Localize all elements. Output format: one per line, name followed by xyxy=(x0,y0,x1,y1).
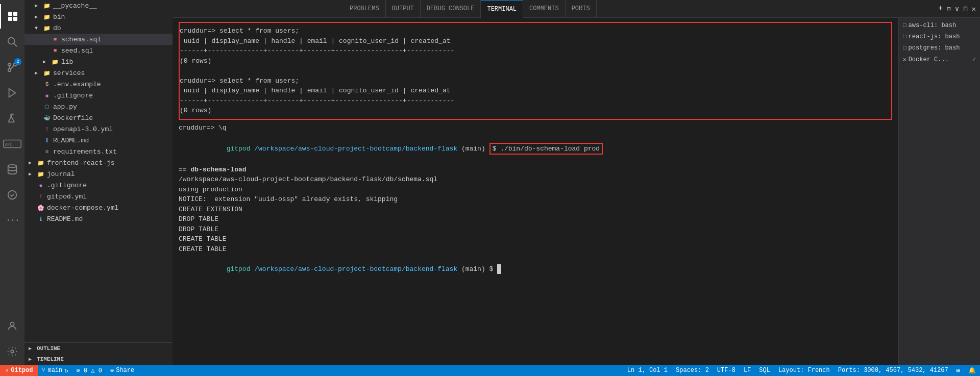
terminal-line: (0 rows) xyxy=(180,106,891,116)
activity-explorer[interactable] xyxy=(0,4,24,29)
svg-rect-0 xyxy=(8,12,12,16)
status-bar: ⚡ Gitpod ⑂ main ↻ ⊗ 0 △ 0 ⊕ Share Ln 1, … xyxy=(0,365,980,376)
sidebar-item-root-gitignore[interactable]: ▶ ◆ .gitignore xyxy=(24,180,173,191)
status-errors-btn[interactable]: ⊗ 0 △ 0 xyxy=(72,367,106,374)
sidebar-item-services[interactable]: ▶ 📁 services xyxy=(24,67,173,79)
activity-database[interactable] xyxy=(0,157,24,182)
sidebar-item-requirements[interactable]: ▶ ≡ requirements.txt xyxy=(24,146,173,157)
activity-flask[interactable] xyxy=(0,106,24,131)
folder-icon: 📁 xyxy=(37,159,45,167)
tab-problems[interactable]: PROBLEMS xyxy=(344,0,386,18)
svg-rect-3 xyxy=(13,17,17,21)
sidebar-item-root-readme[interactable]: ▶ ℹ README.md xyxy=(24,213,173,224)
tab-terminal[interactable]: TERMINAL xyxy=(481,0,523,18)
activity-run-debug[interactable] xyxy=(0,81,24,105)
sidebar-label-db: db xyxy=(53,24,61,32)
activity-settings[interactable] xyxy=(0,339,24,364)
diamond-icon: ◆ xyxy=(43,91,51,99)
activity-gitpod[interactable] xyxy=(0,183,24,207)
sidebar-item-docker-compose[interactable]: ▶ 🌸 docker-compose.yml xyxy=(24,202,173,213)
sql-icon: ■ xyxy=(51,46,59,55)
session-label-react-js: react-js: bash xyxy=(909,33,960,40)
sidebar-label-schema-sql: schema.sql xyxy=(61,36,101,43)
activity-source-control[interactable]: 2 xyxy=(0,55,24,80)
status-encoding[interactable]: UTF-8 xyxy=(713,365,740,376)
info-icon: ℹ xyxy=(43,136,51,144)
sidebar-item-seed-sql[interactable]: ▶ ■ seed.sql xyxy=(24,45,173,56)
sidebar-item-frontend[interactable]: ▶ 📁 frontend-react-js xyxy=(24,157,173,168)
status-language[interactable]: SQL xyxy=(755,365,774,376)
status-gitpod-btn[interactable]: ⚡ Gitpod xyxy=(0,365,38,376)
terminal-line: uuid | display_name | handle | email | c… xyxy=(180,86,891,96)
activity-more[interactable]: ··· xyxy=(0,208,24,233)
terminal-main[interactable]: cruddur=> select * from users; uuid | di… xyxy=(173,18,898,365)
terminal-maximize-btn[interactable]: ⊓ xyxy=(963,5,967,13)
tab-label-terminal: TERMINAL xyxy=(487,6,517,13)
tab-comments[interactable]: COMMENTS xyxy=(523,0,566,18)
sidebar-item-app-py[interactable]: ▶ ⬡ app.py xyxy=(24,101,173,112)
sidebar-item-pycache[interactable]: ▶ 📁 __pycache__ xyxy=(24,0,173,11)
sidebar-label-seed-sql: seed.sql xyxy=(61,47,93,55)
terminal-quit-line: cruddur=> \q xyxy=(179,123,892,133)
terminal-add-btn[interactable]: + xyxy=(938,4,943,13)
sidebar-timeline-section[interactable]: ▶ TIMELINE xyxy=(24,354,173,365)
terminal-session-docker[interactable]: ✕ Docker C... ✓ xyxy=(899,54,980,65)
sidebar-label-gitignore: .gitignore xyxy=(53,92,93,99)
sidebar-item-openapi[interactable]: ▶ ! openapi-3.0.yml xyxy=(24,123,173,135)
status-line-ending[interactable]: LF xyxy=(740,365,755,376)
status-spaces[interactable]: Spaces: 2 xyxy=(672,365,713,376)
sidebar-item-schema-sql[interactable]: ▶ ■ schema.sql xyxy=(24,34,173,45)
sidebar-item-journal[interactable]: ▶ 📁 journal xyxy=(24,168,173,180)
svg-point-15 xyxy=(11,350,14,353)
status-remote-icon[interactable]: ⊞ xyxy=(952,365,964,376)
status-position[interactable]: Ln 1, Col 1 xyxy=(623,365,672,376)
sidebar-item-bin[interactable]: ▶ 📁 bin xyxy=(24,11,173,22)
sidebar-item-lib[interactable]: ▶ 📁 lib xyxy=(24,56,173,67)
activity-api[interactable]: API xyxy=(0,132,24,156)
tab-ports[interactable]: PORTS xyxy=(566,0,597,18)
sidebar-item-db[interactable]: ▼ 📁 db xyxy=(24,22,173,34)
terminal-session-postgres[interactable]: □ postgres: bash xyxy=(899,42,980,54)
final-prompt-path: /workspace/aws-cloud-project-bootcamp/ba… xyxy=(254,265,457,273)
status-share-btn[interactable]: ⊕ Share xyxy=(106,367,138,374)
svg-line-5 xyxy=(14,43,17,46)
terminal-split-btn[interactable]: ⊟ xyxy=(947,5,950,13)
bell-icon: 🔔 xyxy=(968,367,976,374)
sidebar-item-gitpod-yml[interactable]: ▶ ! gitpod.yml xyxy=(24,191,173,202)
terminal-output-line-3: using production xyxy=(179,185,892,195)
folder-icon: 📁 xyxy=(43,69,51,77)
terminal-line: ------+--------------+--------+-------+-… xyxy=(180,96,891,106)
svg-point-14 xyxy=(10,322,14,326)
sidebar-label-docker-compose: docker-compose.yml xyxy=(47,204,118,212)
session-icon: □ xyxy=(903,45,906,51)
tab-debug-console[interactable]: DEBUG CONSOLE xyxy=(421,0,481,18)
folder-icon: 📁 xyxy=(43,24,51,32)
status-branch-btn[interactable]: ⑂ main ↻ xyxy=(38,365,72,376)
arrow-icon: ▶ xyxy=(43,59,51,65)
remote-icon: ⊞ xyxy=(957,367,960,374)
sidebar-item-dockerfile[interactable]: ▶ 🐳 Dockerfile xyxy=(24,112,173,123)
sidebar-item-readme-backend[interactable]: ▶ ℹ README.md xyxy=(24,135,173,146)
activity-account[interactable] xyxy=(0,314,24,338)
status-ports[interactable]: Ports: 3000, 4567, 5432, 41267 xyxy=(834,365,952,376)
session-label-postgres: postgres: bash xyxy=(909,44,960,52)
terminal-x-btn[interactable]: ✕ xyxy=(972,5,976,13)
terminal-session-aws-cli[interactable]: □ aws-cli: bash xyxy=(899,20,980,31)
status-layout[interactable]: Layout: French xyxy=(774,365,834,376)
status-bell[interactable]: 🔔 xyxy=(964,365,980,376)
terminal-line xyxy=(180,66,891,76)
compose-icon: 🌸 xyxy=(37,204,45,212)
sidebar-item-gitignore[interactable]: ▶ ◆ .gitignore xyxy=(24,90,173,101)
spaces-label: Spaces: 2 xyxy=(676,367,709,374)
sidebar-label-readme-backend: README.md xyxy=(53,137,89,144)
sidebar-outline-section[interactable]: ▶ OUTLINE xyxy=(24,342,173,354)
outline-label: OUTLINE xyxy=(37,345,60,352)
diamond-icon: ◆ xyxy=(37,181,45,189)
tab-output[interactable]: OUTPUT xyxy=(386,0,421,18)
terminal-close-btn[interactable]: ∨ xyxy=(955,5,959,13)
terminal-session-react-js[interactable]: □ react-js: bash xyxy=(899,31,980,42)
activity-search[interactable] xyxy=(0,30,24,54)
terminal-sessions-panel: □ aws-cli: bash □ react-js: bash □ postg… xyxy=(898,18,980,365)
sidebar-label-root-readme: README.md xyxy=(47,215,83,223)
sidebar-item-env-example[interactable]: ▶ $ .env.example xyxy=(24,79,173,90)
